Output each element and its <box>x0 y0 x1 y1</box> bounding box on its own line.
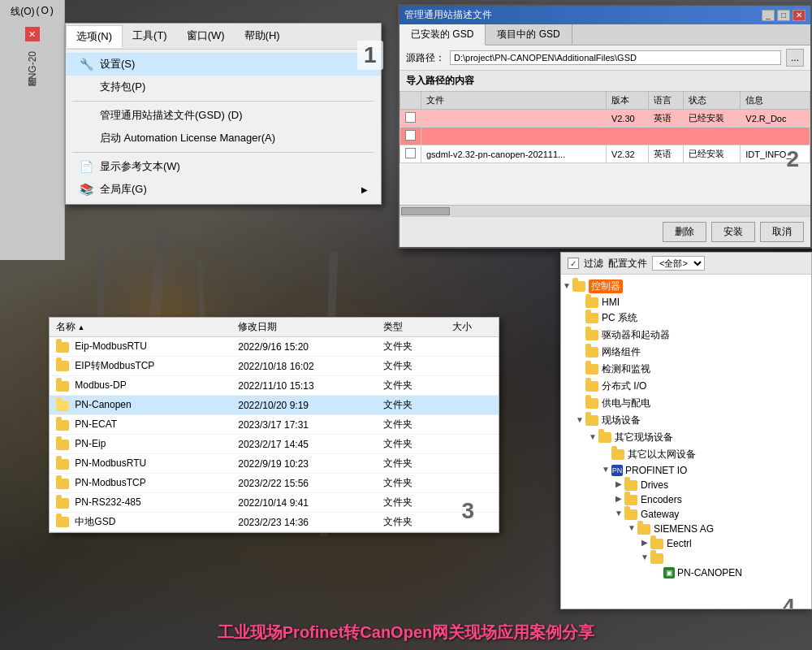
menu-tab-window[interactable]: 窗口(W) <box>177 25 235 47</box>
tree-toggle[interactable] <box>652 567 663 578</box>
col-name[interactable]: 名称 <box>50 318 231 337</box>
tree-toggle[interactable]: ▶ <box>613 494 624 505</box>
file-date: 2023/2/23 14:36 <box>231 513 377 532</box>
tree-item[interactable]: ▼SIEMENS AG <box>561 522 811 536</box>
col-date[interactable]: 修改日期 <box>231 318 377 337</box>
gsd-col-language: 语言 <box>648 92 683 110</box>
gsd-install-button[interactable]: 安装 <box>711 222 755 242</box>
tree-item[interactable]: 检测和监视 <box>561 361 811 378</box>
menu-item-global-lib[interactable]: 📚 全局库(G) ▶ <box>66 178 381 201</box>
tree-item[interactable]: ▶Encoders <box>561 492 811 507</box>
menu-divider-2 <box>72 152 374 153</box>
gsd-row-checkbox[interactable] <box>405 130 416 141</box>
table-row[interactable]: gsdml-v2.32-pn-canopen-202111... V2.32 英… <box>400 145 810 163</box>
tree-toggle[interactable]: ▼ <box>626 523 637 535</box>
filter-checkbox[interactable]: ✓ <box>568 258 579 269</box>
gsd-horizontal-scrollbar[interactable] <box>400 205 810 216</box>
close-button[interactable]: ✕ <box>25 27 40 41</box>
tree-label: 驱动器和起动器 <box>602 328 670 342</box>
tree-toggle[interactable]: ▼ <box>587 432 598 444</box>
tree-item[interactable]: PC 系统 <box>561 310 811 327</box>
tree-item[interactable]: ▼Gateway <box>561 507 811 522</box>
tree-toggle[interactable]: ▼ <box>639 552 650 564</box>
table-row[interactable]: 中地GSD 2023/2/23 14:36 文件夹 <box>50 513 499 532</box>
gsd-maximize-button[interactable]: □ <box>777 10 790 21</box>
tree-item[interactable]: 分布式 I/O <box>561 378 811 395</box>
tree-label: Gateway <box>641 509 679 520</box>
menu-item-settings[interactable]: 🔧 设置(S) <box>66 53 381 76</box>
support-icon <box>79 80 93 94</box>
gsd-minimize-button[interactable]: _ <box>762 10 775 21</box>
tree-toggle[interactable] <box>574 398 585 410</box>
menu-tab-options[interactable]: 选项(N) <box>66 25 123 48</box>
gsd-row-checkbox[interactable] <box>405 112 416 123</box>
menu-divider-1 <box>72 101 374 102</box>
gsd-delete-button[interactable]: 删除 <box>663 222 706 242</box>
tree-toggle[interactable]: ▼ <box>574 415 585 427</box>
menu-item-gsd[interactable]: 管理通用站描述文件(GSD) (D) <box>66 104 381 127</box>
table-row[interactable]: EIP转ModbusTCP 2022/10/18 16:02 文件夹 <box>50 357 499 376</box>
gsd-scroll-thumb[interactable] <box>401 207 450 215</box>
tree-item[interactable]: 供电与配电 <box>561 395 811 412</box>
tree-item[interactable]: ▼ <box>561 551 811 566</box>
table-row[interactable]: PN-ModbusRTU 2022/9/19 10:23 文件夹 <box>50 454 499 474</box>
gsd-cancel-button[interactable]: 取消 <box>760 222 804 242</box>
tree-toggle[interactable]: ▼ <box>613 509 624 520</box>
tree-toggle[interactable]: ▼ <box>561 281 572 292</box>
file-name-cell: Modbus-DP <box>50 376 231 396</box>
tree-item[interactable]: ▶Eectrl <box>561 536 811 551</box>
tree-toggle[interactable] <box>574 381 585 392</box>
pn-item-icon: ▣ <box>663 567 675 578</box>
menu-tab-tools[interactable]: 工具(T) <box>123 25 177 47</box>
tree-toggle[interactable] <box>574 364 585 375</box>
tree-item[interactable]: ▼PNPROFINET IO <box>561 463 811 478</box>
menu-item-support[interactable]: 支持包(P) <box>66 76 381 98</box>
gsd-close-button[interactable]: ✕ <box>793 10 806 21</box>
tree-label: 检测和监视 <box>602 362 650 376</box>
tree-toggle[interactable]: ▶ <box>613 479 624 491</box>
tree-item[interactable]: ▶Drives <box>561 478 811 492</box>
table-row[interactable]: PN-RS232-485 2022/10/14 9:41 文件夹 <box>50 493 499 513</box>
tree-item[interactable]: ▼现场设备 <box>561 412 811 429</box>
col-size[interactable]: 大小 <box>446 318 499 337</box>
col-type[interactable]: 类型 <box>377 318 446 337</box>
tree-item[interactable]: 其它以太网设备 <box>561 446 811 463</box>
left-sidebar: 线(O) ( O ) ✕ PNG-20 网络 <box>0 0 65 260</box>
table-row[interactable]: PN-ModbusTCP 2023/2/22 15:56 文件夹 <box>50 474 499 493</box>
tree-toggle[interactable] <box>574 297 585 308</box>
file-date: 2022/9/16 15:20 <box>231 337 377 357</box>
table-row[interactable]: PN-ECAT 2023/3/17 17:31 文件夹 <box>50 415 499 435</box>
table-row[interactable]: Modbus-DP 2022/11/10 15:13 文件夹 <box>50 376 499 396</box>
tree-item[interactable]: ▣PN-CANOPEN <box>561 566 811 580</box>
gsd-tab-project[interactable]: 项目中的 GSD <box>486 24 572 45</box>
table-row[interactable]: Eip-ModbusRTU 2022/9/16 15:20 文件夹 <box>50 337 499 357</box>
gsd-row-checkbox[interactable] <box>405 148 416 158</box>
tree-toggle[interactable] <box>574 313 585 324</box>
config-select[interactable]: <全部> <box>652 256 705 271</box>
gsd-tab-installed[interactable]: 已安装的 GSD <box>400 24 486 46</box>
tree-item[interactable]: 驱动器和起动器 <box>561 327 811 344</box>
menu-item-reftext[interactable]: 📄 显示参考文本(W) <box>66 155 381 178</box>
tree-item[interactable]: HMI <box>561 295 811 310</box>
menu-tab-help[interactable]: 帮助(H) <box>235 25 290 47</box>
folder-icon <box>585 381 598 392</box>
menu-item-license[interactable]: 启动 Automation License Manager(A) <box>66 127 381 150</box>
table-row[interactable] <box>400 128 810 145</box>
tree-toggle[interactable] <box>574 347 585 358</box>
tree-toggle[interactable]: ▶ <box>639 538 650 549</box>
file-table: 名称 修改日期 类型 大小 Eip-ModbusRTU 2022/9/16 15… <box>50 318 499 532</box>
tree-toggle[interactable]: ▼ <box>600 465 611 476</box>
tree-item[interactable]: ▼控制器 <box>561 278 811 295</box>
tree-item[interactable]: ▼其它现场设备 <box>561 429 811 446</box>
gsd-browse-button[interactable]: ... <box>786 49 804 67</box>
table-row[interactable]: PN-Eip 2023/2/17 14:45 文件夹 <box>50 435 499 454</box>
table-row[interactable]: V2.30 英语 已经安装 V2.R_Doc <box>400 110 810 128</box>
tree-item[interactable]: 网络组件 <box>561 344 811 361</box>
tree-toggle[interactable] <box>574 330 585 341</box>
folder-icon <box>585 313 598 323</box>
filter-label: 过滤 <box>584 257 603 271</box>
tree-toggle[interactable] <box>600 449 611 461</box>
table-row[interactable]: PN-Canopen 2022/10/20 9:19 文件夹 <box>50 396 499 415</box>
gsd-source-input[interactable] <box>450 50 781 65</box>
file-date: 2023/3/17 17:31 <box>231 415 377 435</box>
